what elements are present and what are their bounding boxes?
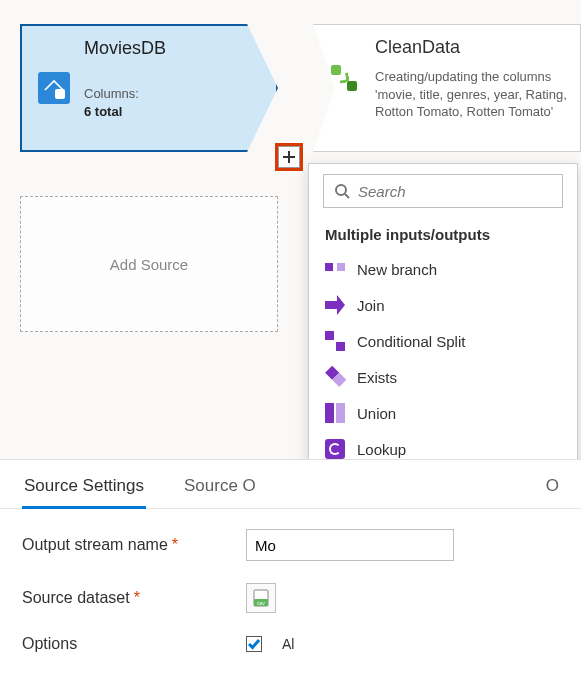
tab-source-options[interactable]: Source O [182, 466, 258, 508]
source-dataset-icon [38, 72, 70, 104]
clean-node-description: Creating/updating the columns 'movie, ti… [375, 68, 568, 121]
dataset-picker-button[interactable]: csv [246, 583, 276, 613]
add-source-placeholder[interactable]: Add Source [20, 196, 278, 332]
lookup-icon [325, 439, 345, 459]
transform-node-cleandata[interactable]: CleanData Creating/updating the columns … [313, 24, 581, 152]
dropdown-item-label: Exists [357, 369, 397, 386]
exists-icon [321, 363, 349, 391]
dataflow-canvas: MoviesDB Columns: 6 total CleanData Crea… [0, 0, 581, 460]
dropdown-item-label: Lookup [357, 441, 406, 458]
tab-right-truncated[interactable]: O [544, 466, 559, 508]
source-node-columns: Columns: 6 total [84, 85, 240, 121]
options-checkbox-allow[interactable] [246, 636, 262, 652]
svg-text:csv: csv [257, 600, 265, 606]
plus-icon [282, 150, 296, 164]
dropdown-group-label: Multiple inputs/outputs [309, 220, 577, 251]
options-label: Options [22, 635, 232, 653]
options-checkbox-label: Al [282, 636, 294, 652]
derived-column-icon [331, 65, 357, 91]
dropdown-item-exists[interactable]: Exists [309, 359, 577, 395]
branch-icon [325, 259, 345, 279]
join-icon [325, 295, 345, 315]
union-icon [325, 403, 345, 423]
source-node-moviesdb[interactable]: MoviesDB Columns: 6 total [20, 24, 278, 152]
csplit-icon [325, 331, 345, 351]
dropdown-item-union[interactable]: Union [309, 395, 577, 431]
svg-line-3 [345, 194, 349, 198]
source-settings-form: Output stream name* Source dataset* csv … [0, 509, 581, 673]
svg-point-2 [336, 185, 346, 195]
dropdown-item-label: Join [357, 297, 385, 314]
source-settings-panel: Source Settings Source O O Output stream… [0, 459, 581, 679]
dropdown-item-label: Conditional Split [357, 333, 465, 350]
source-dataset-label: Source dataset* [22, 589, 232, 607]
dropdown-search[interactable] [323, 174, 563, 208]
dropdown-item-label: New branch [357, 261, 437, 278]
tab-source-settings[interactable]: Source Settings [22, 466, 146, 508]
source-node-title: MoviesDB [84, 38, 240, 59]
dropdown-item-join[interactable]: Join [309, 287, 577, 323]
clean-node-title: CleanData [375, 37, 568, 58]
csv-file-icon: csv [253, 589, 269, 607]
check-icon [248, 638, 260, 650]
dropdown-item-conditional-split[interactable]: Conditional Split [309, 323, 577, 359]
add-transformation-button[interactable] [278, 146, 300, 168]
search-icon [334, 183, 350, 199]
panel-tabs: Source Settings Source O O [0, 466, 581, 509]
dropdown-item-new-branch[interactable]: New branch [309, 251, 577, 287]
output-stream-label: Output stream name* [22, 536, 232, 554]
output-stream-input[interactable] [246, 529, 454, 561]
search-input[interactable] [358, 183, 552, 200]
dropdown-item-label: Union [357, 405, 396, 422]
